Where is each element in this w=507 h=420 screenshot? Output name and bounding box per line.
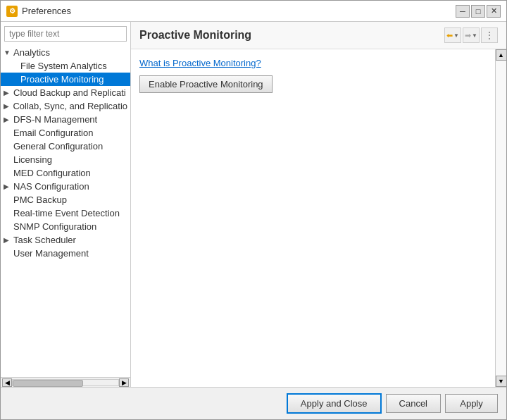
maximize-button[interactable]: □ xyxy=(471,5,485,18)
expand-arrow-snmp xyxy=(4,223,13,230)
cancel-button[interactable]: Cancel xyxy=(386,394,441,413)
sidebar-item-email[interactable]: Email Configuration xyxy=(1,126,130,140)
sidebar-item-general-label: General Configuration xyxy=(13,141,103,152)
expand-arrow-pmc xyxy=(4,196,13,204)
sidebar-scroll-right[interactable]: ▶ xyxy=(119,378,129,387)
apply-button[interactable]: Apply xyxy=(445,394,498,413)
tree-area: ▼ Analytics File System Analytics Proact… xyxy=(1,46,130,377)
sidebar-item-pm-label: Proactive Monitoring xyxy=(20,74,104,85)
scroll-down-button[interactable]: ▼ xyxy=(496,376,507,387)
app-icon: ⚙ xyxy=(6,6,18,17)
sidebar-item-analytics-label: Analytics xyxy=(13,47,50,58)
what-is-link[interactable]: What is Proactive Monitoring? xyxy=(139,58,487,68)
window-title: Preferences xyxy=(22,6,456,16)
expand-arrow-task: ▶ xyxy=(4,236,13,244)
main-header: Proactive Monitoring ⬅ ▼ ➡ ▼ ⋮ xyxy=(131,22,506,49)
title-bar: ⚙ Preferences ─ □ ✕ xyxy=(1,1,506,22)
sidebar-item-cloud-label: Cloud Backup and Replicati xyxy=(13,87,126,98)
sidebar-item-file-system-analytics[interactable]: File System Analytics xyxy=(1,59,130,73)
preferences-window: ⚙ Preferences ─ □ ✕ ▼ Analytics File Sys… xyxy=(0,0,507,420)
expand-arrow-analytics: ▼ xyxy=(4,49,13,56)
sidebar-item-cloud-backup[interactable]: ▶ Cloud Backup and Replicati xyxy=(1,86,130,99)
expand-arrow-realtime xyxy=(4,209,13,217)
back-button[interactable]: ⬅ ▼ xyxy=(444,27,461,43)
sidebar-item-dfs[interactable]: ▶ DFS-N Management xyxy=(1,113,130,126)
main-panel: Proactive Monitoring ⬅ ▼ ➡ ▼ ⋮ xyxy=(131,22,506,387)
sidebar-item-snmp[interactable]: SNMP Configuration xyxy=(1,220,130,233)
sidebar-item-collab[interactable]: ▶ Collab, Sync, and Replicatio xyxy=(1,99,130,113)
sidebar-scrollbar: ◀ ▶ xyxy=(1,377,130,387)
forward-button[interactable]: ➡ ▼ xyxy=(463,27,480,43)
sidebar-item-analytics[interactable]: ▼ Analytics xyxy=(1,46,130,59)
sidebar-scroll-left[interactable]: ◀ xyxy=(2,378,12,387)
sidebar-item-realtime[interactable]: Real-time Event Detection xyxy=(1,206,130,220)
expand-arrow-collab: ▶ xyxy=(4,102,13,110)
sidebar-item-proactive-monitoring[interactable]: Proactive Monitoring xyxy=(1,73,130,86)
expand-arrow-email xyxy=(4,129,13,137)
right-scrollbar: ▲ ▼ xyxy=(495,49,506,387)
scroll-track xyxy=(496,61,507,376)
expand-arrow-general xyxy=(4,142,13,150)
sidebar-item-nas-label: NAS Configuration xyxy=(13,181,89,192)
main-content: What is Proactive Monitoring? Enable Pro… xyxy=(131,49,495,387)
window-controls: ─ □ ✕ xyxy=(456,5,501,18)
expand-arrow-cloud: ▶ xyxy=(4,89,13,97)
sidebar-item-task-scheduler[interactable]: ▶ Task Scheduler xyxy=(1,233,130,247)
content-area: ▼ Analytics File System Analytics Proact… xyxy=(1,22,506,387)
sidebar-item-collab-label: Collab, Sync, and Replicatio xyxy=(13,101,127,111)
main-content-wrapper: What is Proactive Monitoring? Enable Pro… xyxy=(131,49,506,387)
sidebar-item-med-label: MED Configuration xyxy=(13,168,91,178)
sidebar-item-user-label: User Management xyxy=(13,248,89,259)
back-icon: ⬅ xyxy=(446,31,453,40)
toolbar-buttons: ⬅ ▼ ➡ ▼ ⋮ xyxy=(444,27,498,43)
sidebar-item-pmc[interactable]: PMC Backup xyxy=(1,193,130,206)
sidebar-item-fsa-label: File System Analytics xyxy=(20,61,107,71)
enable-proactive-monitoring-button[interactable]: Enable Proactive Monitoring xyxy=(139,75,273,93)
expand-arrow-licensing xyxy=(4,156,13,163)
expand-arrow-dfs: ▶ xyxy=(4,116,13,123)
sidebar-item-user-management[interactable]: User Management xyxy=(1,247,130,260)
sidebar-item-licensing[interactable]: Licensing xyxy=(1,153,130,166)
sidebar-item-realtime-label: Real-time Event Detection xyxy=(13,208,120,218)
sidebar: ▼ Analytics File System Analytics Proact… xyxy=(1,22,131,387)
sidebar-item-dfs-label: DFS-N Management xyxy=(13,114,97,125)
more-button[interactable]: ⋮ xyxy=(481,27,498,43)
minimize-button[interactable]: ─ xyxy=(456,5,470,18)
expand-arrow-med xyxy=(4,169,13,177)
sidebar-item-licensing-label: Licensing xyxy=(13,154,52,165)
sidebar-scroll-thumb[interactable] xyxy=(13,380,83,387)
apply-and-close-button[interactable]: Apply and Close xyxy=(287,393,382,414)
sidebar-item-pmc-label: PMC Backup xyxy=(13,194,67,205)
footer: Apply and Close Cancel Apply xyxy=(1,387,506,419)
close-button[interactable]: ✕ xyxy=(487,5,501,18)
expand-arrow-user xyxy=(4,249,13,257)
forward-dropdown-icon: ▼ xyxy=(472,32,477,39)
expand-arrow-nas: ▶ xyxy=(4,183,13,190)
more-icon: ⋮ xyxy=(485,30,494,40)
sidebar-item-general[interactable]: General Configuration xyxy=(1,140,130,153)
sidebar-item-task-label: Task Scheduler xyxy=(13,235,76,245)
forward-icon: ➡ xyxy=(465,31,471,40)
back-dropdown-icon: ▼ xyxy=(453,32,459,39)
sidebar-item-email-label: Email Configuration xyxy=(13,128,93,138)
filter-input[interactable] xyxy=(4,26,127,42)
main-title: Proactive Monitoring xyxy=(139,29,444,42)
scroll-up-button[interactable]: ▲ xyxy=(496,49,507,61)
sidebar-item-snmp-label: SNMP Configuration xyxy=(13,221,96,232)
sidebar-item-med[interactable]: MED Configuration xyxy=(1,166,130,180)
sidebar-item-nas[interactable]: ▶ NAS Configuration xyxy=(1,180,130,193)
